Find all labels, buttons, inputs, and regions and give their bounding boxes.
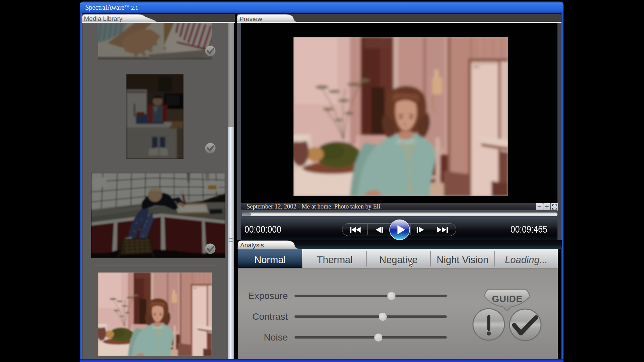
svg-text:GUIDE: GUIDE <box>492 294 522 304</box>
